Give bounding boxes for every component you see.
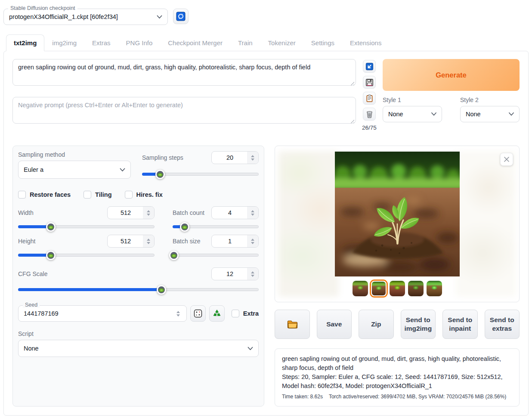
refresh-checkpoints-button[interactable] bbox=[173, 9, 189, 24]
info-prompt: green sapling rowing out of ground, mud,… bbox=[282, 354, 512, 373]
slider-thumb[interactable] bbox=[180, 222, 189, 232]
thumbnail-1[interactable] bbox=[353, 281, 368, 296]
paste-params-button[interactable] bbox=[363, 60, 376, 73]
cfg-scale-input[interactable] bbox=[214, 270, 245, 277]
tab-img2img[interactable]: img2img bbox=[44, 34, 84, 51]
thumbnail-3[interactable] bbox=[390, 281, 405, 296]
seed-input[interactable] bbox=[19, 310, 173, 317]
sampling-steps-field bbox=[211, 151, 259, 164]
height-field bbox=[107, 235, 155, 248]
tab-checkpoint-merger[interactable]: Checkpoint Merger bbox=[160, 34, 230, 51]
floppy-disk-icon bbox=[365, 78, 374, 87]
close-gallery-button[interactable] bbox=[500, 153, 513, 166]
batch-count-slider[interactable] bbox=[173, 222, 259, 231]
apply-style-button[interactable] bbox=[363, 92, 376, 105]
style2-label: Style 2 bbox=[460, 96, 520, 103]
clear-prompt-button[interactable] bbox=[363, 108, 376, 121]
tab-extras[interactable]: Extras bbox=[84, 34, 118, 51]
checkpoint-label: Stable Diffusion checkpoint bbox=[8, 5, 77, 11]
token-counter: 26/75 bbox=[362, 124, 377, 131]
generated-image[interactable] bbox=[335, 152, 460, 276]
checkbox-box[interactable] bbox=[125, 191, 133, 199]
sampling-steps-slider[interactable] bbox=[142, 169, 259, 179]
save-style-button[interactable] bbox=[363, 76, 376, 89]
slider-thumb[interactable] bbox=[169, 251, 179, 260]
generate-button[interactable]: Generate bbox=[383, 59, 520, 91]
slider-thumb[interactable] bbox=[46, 251, 56, 260]
reuse-seed-button[interactable] bbox=[209, 305, 225, 322]
width-label: Width bbox=[18, 209, 34, 216]
chevron-down-icon bbox=[431, 112, 436, 116]
width-slider[interactable] bbox=[18, 222, 155, 231]
sampling-steps-label: Sampling steps bbox=[142, 154, 183, 161]
send-to-extras-button[interactable]: Send to extras bbox=[485, 310, 520, 339]
cfg-scale-spinner[interactable] bbox=[247, 268, 258, 280]
random-seed-button[interactable] bbox=[190, 305, 206, 322]
slider-thumb[interactable] bbox=[46, 222, 56, 232]
checkbox-box[interactable] bbox=[232, 310, 239, 317]
tab-png-info[interactable]: PNG Info bbox=[118, 34, 161, 51]
sampling-method-select[interactable]: Euler a bbox=[18, 161, 131, 179]
checkpoint-select[interactable]: Stable Diffusion checkpoint protogenX34O… bbox=[3, 9, 168, 25]
thumbnail-4[interactable] bbox=[408, 281, 424, 296]
width-field bbox=[107, 206, 155, 219]
slider-thumb[interactable] bbox=[157, 285, 166, 295]
tab-tokenizer[interactable]: Tokenizer bbox=[260, 34, 303, 51]
gallery-ghost-left bbox=[278, 151, 339, 297]
cfg-scale-slider[interactable] bbox=[18, 285, 259, 294]
batch-size-spinner[interactable] bbox=[247, 235, 258, 247]
folder-icon bbox=[287, 320, 298, 329]
sampling-steps-input[interactable] bbox=[214, 154, 245, 161]
thumbnail-2-selected[interactable] bbox=[371, 281, 387, 296]
hires-fix-checkbox[interactable]: Hires. fix bbox=[125, 191, 163, 199]
extra-seed-checkbox[interactable]: Extra bbox=[232, 310, 259, 317]
prompt-input[interactable]: green sapling rowing out of ground, mud,… bbox=[12, 59, 356, 86]
tab-settings[interactable]: Settings bbox=[303, 34, 342, 51]
clipboard-icon bbox=[365, 94, 374, 102]
batch-count-spinner[interactable] bbox=[247, 207, 258, 219]
recycle-icon bbox=[212, 309, 222, 318]
checkbox-box[interactable] bbox=[84, 191, 91, 199]
batch-count-input[interactable] bbox=[214, 209, 245, 216]
close-icon bbox=[504, 156, 510, 162]
batch-count-label: Batch count bbox=[173, 209, 204, 216]
tab-extensions[interactable]: Extensions bbox=[342, 34, 389, 51]
sampling-method-label: Sampling method bbox=[18, 151, 131, 158]
gallery-ghost-right bbox=[455, 151, 516, 297]
slider-thumb[interactable] bbox=[155, 170, 165, 179]
tiling-checkbox[interactable]: Tiling bbox=[84, 191, 111, 199]
tab-train[interactable]: Train bbox=[230, 34, 260, 51]
seed-spinner[interactable] bbox=[173, 311, 184, 317]
batch-size-label: Batch size bbox=[173, 238, 201, 245]
style2-select[interactable]: None bbox=[460, 106, 520, 122]
gallery-thumbnails bbox=[275, 281, 519, 296]
chevron-down-icon bbox=[509, 112, 514, 116]
tab-txt2img[interactable]: txt2img bbox=[6, 34, 44, 51]
negative-prompt-input[interactable] bbox=[12, 97, 356, 124]
restore-faces-checkbox[interactable]: Restore faces bbox=[18, 191, 71, 199]
style1-select[interactable]: None bbox=[383, 106, 442, 122]
height-input[interactable] bbox=[110, 238, 141, 245]
open-folder-button[interactable] bbox=[275, 310, 310, 339]
refresh-icon bbox=[176, 12, 186, 21]
seed-label: Seed bbox=[23, 302, 40, 308]
trash-icon bbox=[365, 110, 374, 118]
generation-info-panel: green sapling rowing out of ground, mud,… bbox=[275, 348, 520, 407]
sampling-steps-spinner[interactable] bbox=[247, 152, 258, 164]
send-to-inpaint-button[interactable]: Send to inpaint bbox=[442, 310, 478, 339]
checkpoint-header: Stable Diffusion checkpoint protogenX34O… bbox=[3, 9, 529, 25]
thumbnail-5[interactable] bbox=[427, 281, 442, 296]
checkbox-box[interactable] bbox=[18, 191, 26, 199]
height-slider[interactable] bbox=[18, 250, 155, 260]
width-spinner[interactable] bbox=[143, 207, 154, 219]
main-tabs: txt2img img2img Extras PNG Info Checkpoi… bbox=[3, 34, 529, 51]
send-to-img2img-button[interactable]: Send to img2img bbox=[401, 310, 436, 339]
save-button[interactable]: Save bbox=[317, 310, 352, 339]
height-spinner[interactable] bbox=[143, 235, 154, 247]
script-select[interactable]: None bbox=[18, 340, 259, 357]
batch-size-input[interactable] bbox=[214, 238, 245, 245]
output-actions: Save Zip Send to img2img Send to inpaint… bbox=[275, 310, 520, 339]
zip-button[interactable]: Zip bbox=[359, 310, 394, 339]
width-input[interactable] bbox=[110, 209, 141, 216]
batch-size-slider[interactable] bbox=[173, 250, 259, 260]
